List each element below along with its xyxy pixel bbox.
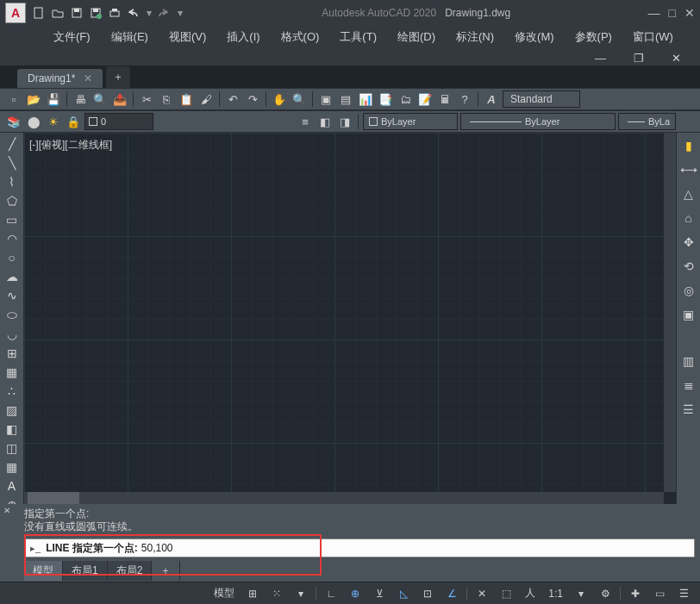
zoom-icon[interactable]: 🔍 [291,90,308,108]
open-icon[interactable] [50,5,66,21]
redo-icon[interactable] [157,5,172,21]
rectangle-icon[interactable]: ▭ [3,212,22,227]
horizontal-scrollbar[interactable] [24,492,664,504]
undo-icon[interactable]: ↶ [224,90,241,108]
layer-icon[interactable]: ≣ [679,376,698,395]
line-icon[interactable]: ╱ [3,136,22,152]
ortho-icon[interactable]: ∟ [322,585,341,602]
chevron-down-icon[interactable]: ▾ [176,5,184,21]
vertical-scrollbar[interactable] [664,133,676,492]
mtext-icon[interactable]: A [3,478,22,494]
polyline-icon[interactable]: ⌇ [3,174,22,190]
new-tab-button[interactable]: ＋ [106,66,130,88]
properties-icon[interactable]: ☰ [679,400,698,419]
markup-icon[interactable]: 📝 [416,90,434,108]
measure-icon[interactable]: △ [679,184,698,203]
arc-icon[interactable]: ◠ [3,231,22,246]
insert-icon[interactable]: ⊞ [3,346,22,361]
file-tab-drawing1[interactable]: Drawing1*✕ [17,69,103,88]
child-close-button[interactable]: ✕ [661,48,691,68]
preview-icon[interactable]: 🔍 [91,90,109,108]
menu-dimension[interactable]: 标注(N) [446,26,504,48]
transparency-icon[interactable]: ⬚ [497,585,516,602]
layer-manager-icon[interactable]: 📚 [5,113,22,130]
tab-layout2[interactable]: 布局2 [108,561,153,581]
table-icon[interactable]: ▦ [3,459,22,475]
undo-icon[interactable] [126,5,141,21]
osnap-icon[interactable]: ◺ [394,585,413,602]
menu-insert[interactable]: 插入(I) [216,26,270,48]
spline-icon[interactable]: ∿ [3,288,22,303]
ellipse-arc-icon[interactable]: ◡ [3,327,22,342]
close-tab-icon[interactable]: ✕ [84,72,92,84]
tool-palette-icon[interactable]: 🗂 [397,90,414,108]
open-icon[interactable]: 📂 [25,90,42,108]
linetype-combo[interactable]: ByLayer [460,113,616,130]
otrack-icon[interactable]: ∠ [442,585,461,602]
add-layout-button[interactable]: ＋ [152,561,180,581]
gear-icon[interactable]: ⚙ [596,585,615,602]
chevron-down-icon[interactable]: ▾ [572,585,591,602]
minimize-button[interactable]: — [648,6,660,20]
status-scale[interactable]: 1:1 [545,588,566,600]
gradient-icon[interactable]: ◧ [3,421,22,437]
child-restore-button[interactable]: ❐ [623,48,654,68]
highlight-icon[interactable]: ▮ [679,136,698,155]
layer-off-icon[interactable]: ⬤ [25,113,42,130]
copy-icon[interactable]: ⎘ [158,90,175,108]
menu-tools[interactable]: 工具(T) [329,26,387,48]
isodraft-icon[interactable]: ⊻ [370,585,389,602]
print-icon[interactable]: 🖶 [72,90,89,108]
lineweight-combo[interactable]: ByLa [618,113,676,130]
matchprop-icon[interactable]: 🖌 [197,90,215,108]
help-icon[interactable]: ? [456,90,473,108]
menu-draw[interactable]: 绘图(D) [387,26,446,48]
layer-freeze-icon[interactable]: ☀ [45,113,62,130]
textstyle-icon[interactable]: A [483,90,500,108]
command-input-row[interactable]: ▸_ LINE 指定第一个点: [24,539,695,557]
layer-lock-icon[interactable]: 🔒 [65,113,82,130]
ellipse-icon[interactable]: ⬭ [3,307,22,323]
maximize-button[interactable]: □ [669,6,676,20]
workspace-icon[interactable]: ▭ [650,585,669,602]
xline-icon[interactable]: ╲ [3,155,22,171]
paste-icon[interactable]: 📋 [178,90,195,108]
print-icon[interactable] [107,5,122,21]
pan-icon[interactable]: ✋ [271,90,288,108]
new-icon[interactable] [31,5,47,21]
publish-icon[interactable]: 📤 [111,90,128,108]
annotation-icon[interactable]: ✚ [626,585,645,602]
save-icon[interactable]: 💾 [45,90,62,108]
sheetset-icon[interactable]: 📑 [377,90,394,108]
saveas-icon[interactable] [88,5,103,21]
section-icon[interactable]: ▥ [679,352,698,370]
layer-prev-icon[interactable]: ◨ [336,113,353,130]
steering-icon[interactable]: ◎ [679,281,698,300]
region-icon[interactable]: ◫ [3,440,22,456]
properties-icon[interactable]: 📊 [357,90,374,108]
menu-parametric[interactable]: 参数(P) [565,26,622,48]
point-icon[interactable]: ∴ [3,383,22,399]
hatch-icon[interactable]: ▨ [3,402,22,418]
layer-state-icon[interactable]: ≡ [297,113,314,130]
redo-icon[interactable]: ↷ [244,90,261,108]
tab-model[interactable]: 模型 [24,561,63,581]
grid-icon[interactable]: ⊞ [243,585,262,602]
polygon-icon[interactable]: ⬠ [3,193,22,209]
home-icon[interactable]: ⌂ [679,209,698,227]
block-icon[interactable]: ▦ [3,364,22,380]
move-icon[interactable]: ✥ [679,233,698,252]
color-combo[interactable]: ByLayer [363,113,458,130]
chevron-down-icon[interactable]: ▾ [145,5,153,21]
new-icon[interactable]: ▫ [5,90,22,108]
chevron-down-icon[interactable]: ▾ [291,585,310,602]
close-button[interactable]: ✕ [684,6,695,20]
tab-layout1[interactable]: 布局1 [63,561,108,581]
menu-view[interactable]: 视图(V) [159,26,216,48]
cut-icon[interactable]: ✂ [138,90,155,108]
menu-modify[interactable]: 修改(M) [504,26,565,48]
app-logo[interactable]: A [5,3,26,23]
status-model[interactable]: 模型 [210,586,238,601]
snap-icon[interactable]: ⁙ [267,585,286,602]
save-icon[interactable] [69,5,84,21]
